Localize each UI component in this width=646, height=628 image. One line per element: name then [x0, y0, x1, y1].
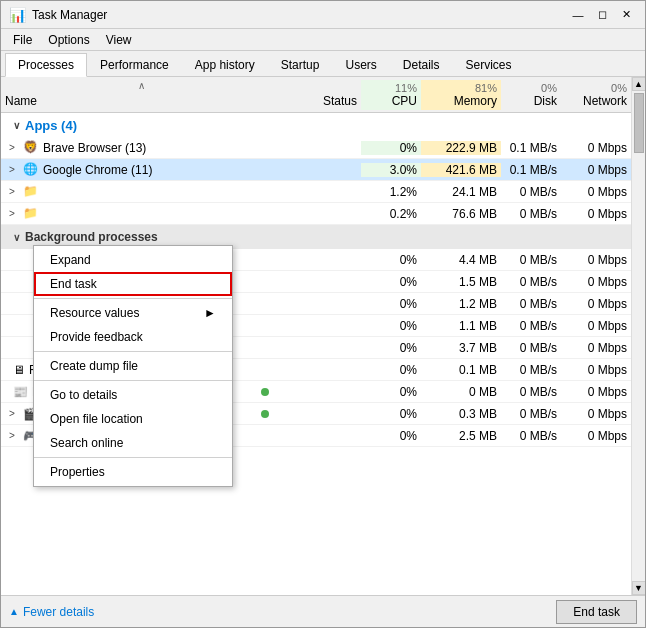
app-icon: 📁 [23, 206, 39, 222]
table-header: ∧ Name Status 11% CPU 81% Memory 0% D [1, 77, 631, 113]
fewer-details-button[interactable]: ▲ Fewer details [9, 605, 94, 619]
col-memory[interactable]: 81% Memory [421, 80, 501, 110]
title-bar: 📊 Task Manager — ◻ ✕ [1, 1, 645, 29]
ctx-sep-3 [34, 380, 232, 381]
apps-expander[interactable]: ∨ [9, 118, 23, 132]
table-row[interactable]: > 📁 0.2% 76.6 MB 0 MB/s 0 Mbps [1, 203, 631, 225]
table-row[interactable]: > 🦁 Brave Browser (13) 0% 222.9 MB 0.1 M… [1, 137, 631, 159]
maximize-button[interactable]: ◻ [591, 5, 613, 25]
window-title: Task Manager [32, 8, 107, 22]
ctx-open-file-location[interactable]: Open file location [34, 407, 232, 431]
ctx-create-dump[interactable]: Create dump file [34, 354, 232, 378]
fewer-details-label: Fewer details [23, 605, 94, 619]
row-cpu: 1.2% [361, 185, 421, 199]
chevron-down-icon: ▲ [9, 606, 19, 617]
green-status-dot [261, 410, 269, 418]
row-name: Brave Browser (13) [43, 141, 146, 155]
tab-app-history[interactable]: App history [182, 53, 268, 76]
col-status[interactable]: Status [281, 92, 361, 110]
row-expander[interactable]: > [5, 163, 19, 177]
scroll-thumb[interactable] [634, 93, 644, 153]
row-expander[interactable]: > [5, 141, 19, 155]
chrome-icon: 🌐 [23, 162, 39, 178]
tab-users[interactable]: Users [332, 53, 389, 76]
bg-section-title: Background processes [25, 230, 158, 244]
table-row[interactable]: > 📁 1.2% 24.1 MB 0 MB/s 0 Mbps [1, 181, 631, 203]
row-memory: 24.1 MB [421, 185, 501, 199]
minimize-button[interactable]: — [567, 5, 589, 25]
row-disk: 0.1 MB/s [501, 141, 561, 155]
mem-pct: 81% [425, 82, 497, 94]
cpu-pct: 11% [365, 82, 417, 94]
scroll-down-arrow[interactable]: ▼ [632, 581, 646, 595]
table-row[interactable]: > 🌐 Google Chrome (11) 3.0% 421.6 MB 0.1… [1, 159, 631, 181]
ctx-resource-values[interactable]: Resource values ► [34, 301, 232, 325]
ctx-sep-1 [34, 298, 232, 299]
vertical-scrollbar[interactable]: ▲ ▼ [631, 77, 645, 595]
filmstv-status [261, 407, 269, 421]
net-pct: 0% [565, 82, 627, 94]
content-area: ∧ Name Status 11% CPU 81% Memory 0% D [1, 77, 645, 595]
col-network[interactable]: 0% Network [561, 80, 631, 110]
ctx-expand[interactable]: Expand [34, 248, 232, 272]
ctx-sep-4 [34, 457, 232, 458]
row-memory: 76.6 MB [421, 207, 501, 221]
green-status-dot [261, 388, 269, 396]
row-memory: 222.9 MB [421, 141, 501, 155]
row-cpu: 3.0% [361, 163, 421, 177]
ctx-properties[interactable]: Properties [34, 460, 232, 484]
app-icon: 📁 [23, 184, 39, 200]
window-controls: — ◻ ✕ [567, 5, 637, 25]
context-menu: Expand End task Resource values ► Provid… [33, 245, 233, 487]
tab-services[interactable]: Services [453, 53, 525, 76]
row-cpu: 0% [361, 141, 421, 155]
end-task-button[interactable]: End task [556, 600, 637, 624]
row-disk: 0 MB/s [501, 185, 561, 199]
ctx-end-task[interactable]: End task [34, 272, 232, 296]
tab-details[interactable]: Details [390, 53, 453, 76]
menu-view[interactable]: View [98, 31, 140, 49]
row-network: 0 Mbps [561, 163, 631, 177]
close-button[interactable]: ✕ [615, 5, 637, 25]
row-cpu: 0.2% [361, 207, 421, 221]
row-network: 0 Mbps [561, 207, 631, 221]
app-icon: 📊 [9, 7, 26, 23]
tab-processes[interactable]: Processes [5, 53, 87, 77]
tab-performance[interactable]: Performance [87, 53, 182, 76]
row-memory: 421.6 MB [421, 163, 501, 177]
ctx-go-details[interactable]: Go to details [34, 383, 232, 407]
col-disk[interactable]: 0% Disk [501, 80, 561, 110]
tab-startup[interactable]: Startup [268, 53, 333, 76]
tab-bar: Processes Performance App history Startu… [1, 51, 645, 77]
ctx-sep-2 [34, 351, 232, 352]
row-expander[interactable]: > [5, 407, 19, 421]
bg-expander[interactable]: ∨ [9, 230, 23, 244]
sort-arrow: ∧ [138, 80, 145, 94]
row-disk: 0 MB/s [501, 207, 561, 221]
menu-file[interactable]: File [5, 31, 40, 49]
scroll-up-arrow[interactable]: ▲ [632, 77, 646, 91]
row-expander[interactable]: > [5, 429, 19, 443]
ctx-search-online[interactable]: Search online [34, 431, 232, 455]
apps-section-title: Apps (4) [25, 118, 77, 133]
apps-section-header: ∨ Apps (4) [1, 113, 631, 137]
menu-bar: File Options View [1, 29, 645, 51]
bottom-bar: ▲ Fewer details End task [1, 595, 645, 627]
col-cpu[interactable]: 11% CPU [361, 80, 421, 110]
ctx-provide-feedback[interactable]: Provide feedback [34, 325, 232, 349]
task-manager-window: 📊 Task Manager — ◻ ✕ File Options View P… [0, 0, 646, 628]
col-name[interactable]: ∧ Name [1, 78, 281, 110]
disk-pct: 0% [505, 82, 557, 94]
row-expander[interactable]: > [5, 185, 19, 199]
feeds-status [261, 385, 269, 399]
row-network: 0 Mbps [561, 141, 631, 155]
brave-icon: 🦁 [23, 140, 39, 156]
row-disk: 0.1 MB/s [501, 163, 561, 177]
row-network: 0 Mbps [561, 185, 631, 199]
row-expander[interactable]: > [5, 207, 19, 221]
row-name: Google Chrome (11) [43, 163, 152, 177]
menu-options[interactable]: Options [40, 31, 97, 49]
